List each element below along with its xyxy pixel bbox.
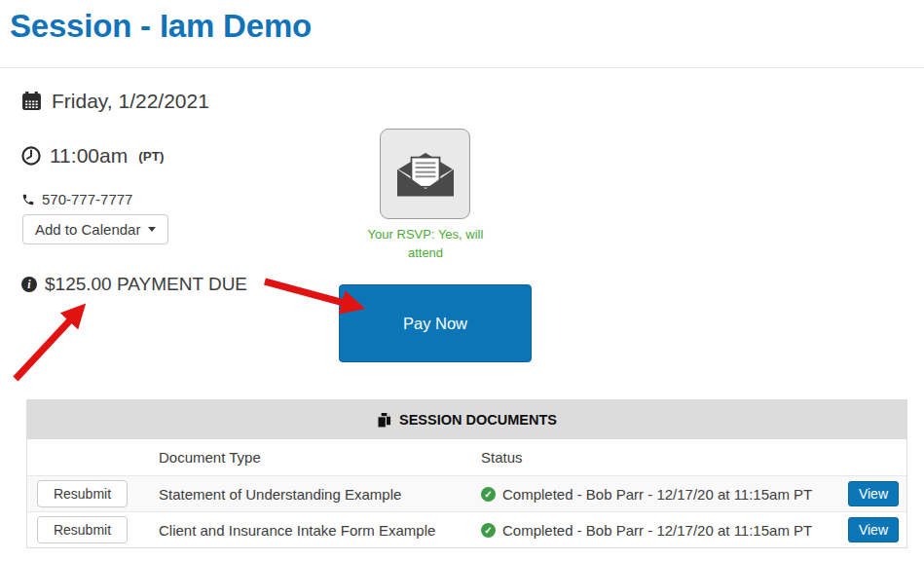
payment-due-row: i $125.00 PAYMENT DUE [21,274,247,295]
phone-icon [21,193,35,206]
resubmit-button[interactable]: Resubmit [37,480,128,507]
chevron-down-icon [148,227,156,232]
session-documents-table: SESSION DOCUMENTS Document Type Status R… [26,399,907,548]
rsvp-envelope-button[interactable] [380,129,470,219]
add-to-calendar-button[interactable]: Add to Calendar [22,214,168,244]
arrow-to-payment-due [16,309,81,379]
view-button[interactable]: View [848,517,899,542]
pay-now-label: Pay Now [403,315,467,333]
session-date: Friday, 1/22/2021 [52,90,209,113]
session-documents-title: SESSION DOCUMENTS [399,412,557,428]
completed-check-icon: ✓ [481,523,496,538]
session-phone: 570-777-7777 [42,191,132,207]
session-detail-page: Session - Iam Demo Friday, 1/22/2021 [0,0,924,561]
rsvp-status-text: Your RSVP: Yes, will attend [358,226,493,263]
document-status-cell: Completed - Bob Parr - 12/17/20 at 11:15… [502,486,812,503]
documents-icon [377,413,391,428]
payment-due-text: $125.00 PAYMENT DUE [45,274,247,295]
table-row: Resubmit Statement of Understanding Exam… [27,475,906,511]
session-timezone: (PT) [138,149,164,164]
session-phone-row: 570-777-7777 [21,191,132,207]
session-time-row: 11:00am (PT) [21,144,164,168]
session-time: 11:00am [50,144,128,168]
info-icon: i [21,277,37,292]
session-documents-header: SESSION DOCUMENTS [27,400,906,439]
pay-now-button[interactable]: Pay Now [339,284,532,362]
document-type-cell: Client and Insurance Intake Form Example [159,522,481,539]
add-to-calendar-label: Add to Calendar [35,221,140,238]
rsvp-status-line1: Your RSVP: Yes, will [358,226,493,244]
column-header-document-type: Document Type [159,449,481,466]
table-row: Resubmit Client and Insurance Intake For… [27,511,906,547]
session-date-row: Friday, 1/22/2021 [21,90,209,113]
clock-icon [21,146,41,166]
column-header-status: Status [481,449,838,466]
view-button[interactable]: View [848,481,899,506]
documents-column-headers: Document Type Status [27,439,906,475]
rsvp-status-line2: attend [358,244,493,263]
title-divider [0,67,924,68]
completed-check-icon: ✓ [481,487,496,502]
open-envelope-icon [397,151,454,198]
resubmit-button[interactable]: Resubmit [37,516,128,543]
page-title: Session - Iam Demo [10,8,312,45]
document-type-cell: Statement of Understanding Example [159,486,481,503]
document-status-cell: Completed - Bob Parr - 12/17/20 at 11:15… [502,522,812,539]
calendar-icon [21,92,42,112]
